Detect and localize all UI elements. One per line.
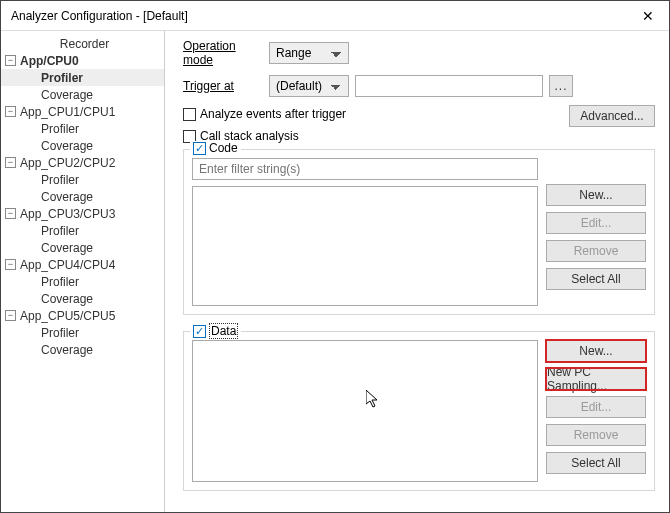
expander-minus-icon[interactable]: −: [5, 106, 16, 117]
tree-group[interactable]: − App/CPU0: [1, 52, 164, 69]
tree-group-label: App_CPU2/CPU2: [20, 156, 115, 170]
tree-group-label: App_CPU4/CPU4: [20, 258, 115, 272]
tree-leaf-label: Profiler: [41, 122, 79, 136]
expander-minus-icon[interactable]: −: [5, 157, 16, 168]
tree-group[interactable]: − App_CPU2/CPU2: [1, 154, 164, 171]
tree-leaf-label: Coverage: [41, 292, 93, 306]
code-remove-button[interactable]: Remove: [546, 240, 646, 262]
data-legend[interactable]: Data: [190, 323, 241, 339]
data-new-pc-sampling-button[interactable]: New PC Sampling...: [546, 368, 646, 390]
tree-leaf-profiler[interactable]: Profiler: [1, 69, 164, 86]
tree-group-label: App_CPU5/CPU5: [20, 309, 115, 323]
tree-leaf-label: Coverage: [41, 139, 93, 153]
tree-leaf-label: Coverage: [41, 88, 93, 102]
tree-leaf-label: Profiler: [41, 224, 79, 238]
data-edit-button[interactable]: Edit...: [546, 396, 646, 418]
tree-leaf-coverage[interactable]: Coverage: [1, 290, 164, 307]
operation-mode-select[interactable]: Range: [269, 42, 349, 64]
tree-group-label: App_CPU3/CPU3: [20, 207, 115, 221]
tree-leaf-profiler[interactable]: Profiler: [1, 273, 164, 290]
analyze-after-checkbox[interactable]: [183, 108, 196, 121]
tree-leaf-label: Coverage: [41, 190, 93, 204]
tree-group[interactable]: − App_CPU4/CPU4: [1, 256, 164, 273]
window-title: Analyzer Configuration - [Default]: [11, 9, 627, 23]
tree-leaf-profiler[interactable]: Profiler: [1, 171, 164, 188]
code-checkbox[interactable]: [193, 142, 206, 155]
tree-leaf-label: Coverage: [41, 241, 93, 255]
data-listbox[interactable]: [192, 340, 538, 482]
close-button[interactable]: ✕: [627, 2, 669, 30]
data-legend-label: Data: [209, 323, 238, 339]
tree-leaf-profiler[interactable]: Profiler: [1, 324, 164, 341]
tree-root[interactable]: Recorder: [1, 35, 164, 52]
tree-leaf-profiler[interactable]: Profiler: [1, 120, 164, 137]
trigger-row: Trigger at (Default) ...: [183, 75, 655, 97]
trigger-label: Trigger at: [183, 79, 269, 93]
code-legend-label: Code: [209, 141, 238, 155]
code-filter-input[interactable]: [192, 158, 538, 180]
body: Recorder − App/CPU0 Profiler Coverage − …: [1, 31, 669, 512]
tree-leaf-coverage[interactable]: Coverage: [1, 188, 164, 205]
expander-minus-icon[interactable]: −: [5, 208, 16, 219]
trigger-select[interactable]: (Default): [269, 75, 349, 97]
trigger-browse-button[interactable]: ...: [549, 75, 573, 97]
code-listbox[interactable]: [192, 186, 538, 306]
tree-leaf-coverage[interactable]: Coverage: [1, 137, 164, 154]
window: Analyzer Configuration - [Default] ✕ Rec…: [0, 0, 670, 513]
tree-leaf-label: Coverage: [41, 343, 93, 357]
data-new-button[interactable]: New...: [546, 340, 646, 362]
tree-group[interactable]: − App_CPU1/CPU1: [1, 103, 164, 120]
tree-leaf-coverage[interactable]: Coverage: [1, 341, 164, 358]
code-fieldset: Code New... Edit... Remove Select All: [183, 149, 655, 315]
sidebar-tree[interactable]: Recorder − App/CPU0 Profiler Coverage − …: [1, 31, 165, 512]
tree-leaf-coverage[interactable]: Coverage: [1, 239, 164, 256]
tree-leaf-label: Profiler: [41, 326, 79, 340]
expander-minus-icon[interactable]: −: [5, 259, 16, 270]
data-fieldset: Data New... New PC Sampling... Edit... R…: [183, 331, 655, 491]
tree-group[interactable]: − App_CPU3/CPU3: [1, 205, 164, 222]
data-remove-button[interactable]: Remove: [546, 424, 646, 446]
tree-leaf-profiler[interactable]: Profiler: [1, 222, 164, 239]
tree-leaf-label: Profiler: [41, 71, 83, 85]
tree-root-label: Recorder: [5, 37, 164, 51]
expander-minus-icon[interactable]: −: [5, 310, 16, 321]
data-selectall-button[interactable]: Select All: [546, 452, 646, 474]
tree-group[interactable]: − App_CPU5/CPU5: [1, 307, 164, 324]
data-checkbox[interactable]: [193, 325, 206, 338]
tree-leaf-label: Profiler: [41, 173, 79, 187]
tree-leaf-label: Profiler: [41, 275, 79, 289]
analyze-row: Analyze events after trigger Advanced...: [183, 105, 655, 127]
main-panel: Operation mode Range Trigger at (Default…: [165, 31, 669, 512]
code-new-button[interactable]: New...: [546, 184, 646, 206]
expander-minus-icon[interactable]: −: [5, 55, 16, 66]
tree-leaf-coverage[interactable]: Coverage: [1, 86, 164, 103]
analyze-after-label: Analyze events after trigger: [200, 107, 346, 121]
code-selectall-button[interactable]: Select All: [546, 268, 646, 290]
operation-mode-label: Operation mode: [183, 39, 269, 67]
code-edit-button[interactable]: Edit...: [546, 212, 646, 234]
callstack-checkbox-row[interactable]: Call stack analysis: [183, 129, 655, 143]
code-legend[interactable]: Code: [190, 141, 241, 155]
analyze-after-checkbox-row[interactable]: Analyze events after trigger: [183, 107, 346, 121]
trigger-text-input[interactable]: [355, 75, 543, 97]
tree-group-label: App_CPU1/CPU1: [20, 105, 115, 119]
titlebar: Analyzer Configuration - [Default] ✕: [1, 1, 669, 31]
advanced-button[interactable]: Advanced...: [569, 105, 655, 127]
operation-mode-row: Operation mode Range: [183, 39, 655, 67]
tree-group-label: App/CPU0: [20, 54, 79, 68]
